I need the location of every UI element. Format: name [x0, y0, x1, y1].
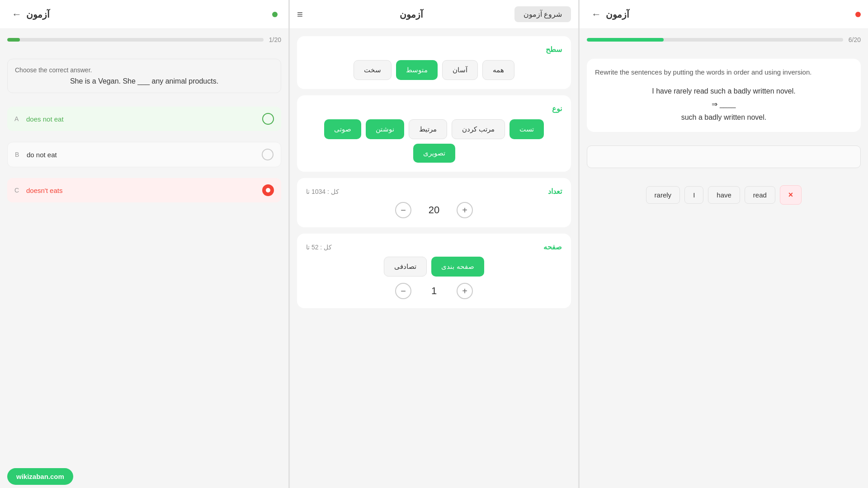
right-status-dot	[855, 12, 861, 17]
left-title: آزمون	[26, 9, 50, 20]
left-progress-fill	[7, 38, 20, 42]
count-minus-button[interactable]: −	[395, 202, 411, 218]
close-chip[interactable]: ×	[780, 185, 802, 205]
right-progress-fill	[587, 38, 664, 42]
page-value: 1	[425, 285, 443, 297]
right-progress-row: 6/20	[587, 36, 861, 43]
right-content: 6/20 Rewrite the sentences by putting th…	[580, 29, 868, 488]
level-btn-medium[interactable]: متوسط	[396, 60, 438, 80]
type-btn-sort[interactable]: مرتب کردن	[452, 119, 505, 139]
option-b-radio	[262, 149, 274, 160]
option-b[interactable]: B do not eat	[7, 142, 281, 167]
left-screen: ← آزمون 1/20 Choose the correct answer. …	[0, 0, 288, 488]
count-total: کل : 1034 تا	[306, 188, 339, 195]
question-box: Choose the correct answer. She is a Vega…	[7, 59, 281, 93]
right-screen: ← آزمون 6/20 Rewrite the sentences by pu…	[580, 0, 868, 488]
option-a-radio	[262, 113, 274, 125]
left-content: 1/20 Choose the correct answer. She is a…	[0, 29, 288, 488]
option-c[interactable]: C doesn't eats	[7, 178, 281, 202]
option-c-text: doesn't eats	[26, 187, 62, 194]
page-total: کل : 52 تا	[306, 244, 332, 251]
level-btn-all[interactable]: همه	[482, 60, 514, 80]
watermark: wikizaban.com	[7, 464, 281, 481]
option-c-radio	[262, 184, 274, 196]
right-back-button[interactable]: ←	[591, 9, 601, 20]
left-status-dot	[272, 12, 278, 17]
middle-title: آزمون	[400, 9, 423, 20]
sentence-text: I have rarely read such a badly written …	[652, 87, 796, 95]
left-back-button[interactable]: ←	[12, 9, 22, 20]
chip-i[interactable]: I	[684, 186, 703, 204]
watermark-badge: wikizaban.com	[7, 468, 73, 485]
page-btn-paged[interactable]: صفحه بندی	[431, 257, 484, 277]
option-c-label: C doesn't eats	[14, 187, 62, 194]
page-stepper: − 1 +	[306, 283, 562, 299]
middle-screen: ≡ آزمون شروع آزمون سطح همه آسان متوسط سخ…	[290, 0, 578, 488]
right-progress-label: 6/20	[849, 36, 861, 43]
question-instruction: Choose the correct answer.	[15, 66, 274, 74]
word-chips-container: rarely I have read ×	[587, 185, 861, 205]
right-question-card: Rewrite the sentences by putting the wor…	[587, 59, 861, 132]
chip-have[interactable]: have	[708, 186, 740, 204]
middle-content: سطح همه آسان متوسط سخت نوع تست مرتب کردن…	[290, 29, 578, 488]
level-buttons: همه آسان متوسط سخت	[306, 60, 562, 80]
instruction-text: Rewrite the sentences by putting the wor…	[595, 67, 853, 78]
middle-topbar: ≡ آزمون شروع آزمون	[290, 0, 578, 29]
type-card: نوع تست مرتب کردن مرتیط نوشتن صوتی تصویر…	[297, 95, 571, 172]
left-topbar: ← آزمون	[0, 0, 288, 29]
level-btn-easy[interactable]: آسان	[442, 60, 478, 80]
left-progress-label: 1/20	[269, 36, 281, 43]
type-btn-test[interactable]: تست	[509, 119, 544, 139]
answer-input-box[interactable]	[587, 145, 861, 168]
count-value: 20	[425, 204, 443, 216]
chip-rarely[interactable]: rarely	[646, 186, 680, 204]
blank-placeholder: ____	[720, 100, 736, 108]
level-btn-hard[interactable]: سخت	[354, 60, 392, 80]
right-topbar: ← آزمون	[580, 0, 868, 29]
option-b-text: do not eat	[27, 151, 57, 159]
option-a-label: A does not eat	[14, 115, 64, 123]
right-progress-bar	[587, 38, 843, 42]
option-a[interactable]: A does not eat	[7, 107, 281, 131]
type-buttons: تست مرتب کردن مرتیط نوشتن صوتی تصویری	[306, 119, 562, 163]
hamburger-icon[interactable]: ≡	[297, 9, 303, 20]
chip-read[interactable]: read	[745, 186, 775, 204]
right-title: آزمون	[606, 9, 629, 20]
type-btn-write[interactable]: نوشتن	[366, 119, 404, 139]
page-btn-random[interactable]: تصادفی	[384, 257, 427, 277]
count-plus-button[interactable]: +	[457, 202, 473, 218]
type-btn-audio[interactable]: صوتی	[324, 119, 361, 139]
sentence-display: I have rarely read such a badly written …	[595, 85, 853, 124]
arrow-symbol: ⇒	[712, 100, 717, 108]
type-btn-related[interactable]: مرتیط	[409, 119, 447, 139]
question-text: She is a Vegan. She ___ any animal produ…	[15, 77, 274, 85]
option-b-label: B do not eat	[15, 151, 57, 159]
count-stepper: − 20 +	[306, 202, 562, 218]
page-card: صفحه کل : 52 تا صفحه بندی تصادفی − 1 +	[297, 234, 571, 308]
sentence2-text: such a badly written novel.	[681, 113, 767, 121]
level-header: سطح	[306, 45, 562, 54]
left-progress-row: 1/20	[7, 36, 281, 43]
left-progress-bar	[7, 38, 264, 42]
count-card: تعداد کل : 1034 تا − 20 +	[297, 178, 571, 227]
page-minus-button[interactable]: −	[395, 283, 411, 299]
page-header: صفحه	[543, 243, 562, 251]
count-header: تعداد	[548, 187, 562, 196]
option-a-text: does not eat	[26, 115, 64, 123]
level-card: سطح همه آسان متوسط سخت	[297, 36, 571, 89]
type-header: نوع	[306, 104, 562, 113]
start-button[interactable]: شروع آزمون	[514, 6, 571, 22]
page-plus-button[interactable]: +	[457, 283, 473, 299]
type-btn-visual[interactable]: تصویری	[413, 144, 455, 163]
page-type-buttons: صفحه بندی تصادفی	[306, 257, 562, 277]
